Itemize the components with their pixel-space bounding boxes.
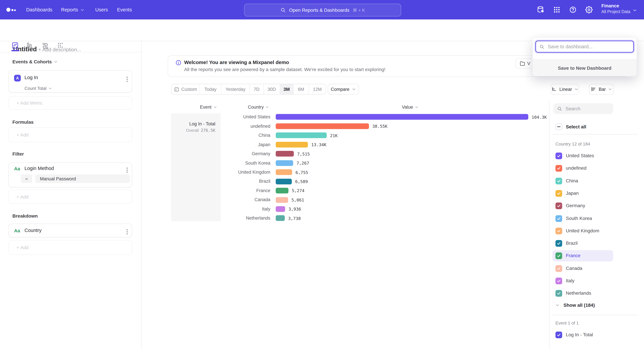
- chart-row: South Korea7,267: [0, 158, 549, 168]
- project-chevron-icon[interactable]: [632, 8, 637, 12]
- help-icon[interactable]: [569, 6, 576, 13]
- checkbox-checked[interactable]: [556, 278, 562, 284]
- bar-category-label: undefined: [154, 124, 270, 129]
- chart-row: United Kingdom6,755: [0, 168, 549, 177]
- chart-row: Brazil6,589: [0, 177, 549, 186]
- chart-type-dropdown[interactable]: Bar: [589, 84, 614, 94]
- chart-row: undefined38.55K: [0, 122, 549, 131]
- apps-grid-icon[interactable]: [553, 6, 560, 13]
- legend-search-input[interactable]: [565, 106, 606, 112]
- bar[interactable]: [276, 197, 288, 203]
- chevron-down-icon: [556, 303, 560, 307]
- legend-item-log-in-total[interactable]: Log In - Total: [552, 329, 613, 341]
- legend-item-label: Canada: [566, 265, 582, 271]
- bar-chart-icon: [591, 86, 596, 92]
- legend-item-china[interactable]: China: [552, 175, 613, 187]
- bar[interactable]: [276, 151, 294, 157]
- legend-item-label: South Korea: [566, 215, 592, 221]
- legend-item-united-kingdom[interactable]: United Kingdom: [552, 225, 613, 237]
- legend-item-label: Germany: [566, 203, 585, 208]
- legend-item-germany[interactable]: Germany: [552, 200, 613, 212]
- chart-row: China21K: [0, 131, 549, 140]
- bar-value-label: 3,936: [288, 207, 301, 212]
- legend-item-brazil[interactable]: Brazil: [552, 238, 613, 249]
- country-group-header: Country 12 of 184: [556, 141, 590, 146]
- bar-value-label: 38.55K: [372, 124, 388, 129]
- checkbox-checked[interactable]: [556, 253, 562, 259]
- mixpanel-insights-report: Dashboards Reports Users Events Open Rep…: [0, 0, 644, 349]
- legend-item-label: Brazil: [566, 240, 578, 246]
- bar[interactable]: [276, 179, 292, 184]
- chart-row: Canada5,061: [0, 195, 549, 205]
- show-all-toggle[interactable]: Show all (184): [556, 302, 595, 308]
- legend-item-canada[interactable]: Canada: [552, 263, 613, 274]
- panel-divider: [552, 315, 637, 315]
- bar-value-label: 21K: [330, 133, 338, 138]
- bar[interactable]: [276, 114, 528, 120]
- legend-item-italy[interactable]: Italy: [552, 275, 613, 287]
- bar[interactable]: [276, 142, 308, 147]
- dashboard-search-field[interactable]: [535, 40, 634, 53]
- bar-category-label: China: [154, 133, 270, 138]
- axis-icon: [551, 86, 556, 92]
- checkbox-checked[interactable]: [556, 332, 562, 338]
- legend-item-label: United States: [566, 153, 594, 158]
- legend-item-south-korea[interactable]: South Korea: [552, 213, 613, 224]
- bar-value-label: 7,267: [296, 161, 309, 166]
- bar-value-label: 5,061: [292, 197, 304, 203]
- legend-item-label: France: [566, 253, 580, 258]
- bar-category-label: Italy: [154, 207, 270, 212]
- bar[interactable]: [276, 215, 285, 221]
- bar[interactable]: [276, 160, 293, 166]
- save-to-new-dashboard-button[interactable]: Save to New Dashboard: [533, 59, 636, 76]
- bar-category-label: France: [154, 188, 270, 193]
- chart-row: Japan13.34K: [0, 140, 549, 149]
- legend-item-netherlands[interactable]: Netherlands: [552, 288, 613, 299]
- project-name: Finance: [602, 3, 638, 8]
- checkbox-checked[interactable]: [556, 153, 562, 159]
- legend-item-label: Log In - Total: [566, 332, 593, 337]
- legend-item-france[interactable]: France: [552, 250, 613, 262]
- bar-value-label: 7,515: [297, 151, 310, 156]
- select-all-checkbox[interactable]: [556, 123, 562, 130]
- legend-item-label: China: [566, 178, 578, 183]
- bar[interactable]: [276, 169, 292, 175]
- checkbox-checked[interactable]: [556, 228, 562, 234]
- bar-category-label: United Kingdom: [154, 170, 270, 175]
- checkbox-checked[interactable]: [556, 265, 562, 272]
- checkbox-checked[interactable]: [556, 178, 562, 184]
- chart-row: France5,274: [0, 186, 549, 195]
- value-scale-dropdown[interactable]: Linear: [551, 84, 579, 94]
- checkbox-checked[interactable]: [556, 290, 562, 297]
- right-panel-divider: [549, 101, 550, 349]
- legend-item-undefined[interactable]: undefined: [552, 163, 613, 174]
- bar-value-label: 6,755: [296, 170, 308, 175]
- bar-category-label: Netherlands: [154, 216, 270, 221]
- select-all-label[interactable]: Select all: [566, 124, 586, 129]
- legend-item-label: Italy: [566, 278, 574, 283]
- chart-row: Germany7,515: [0, 149, 549, 158]
- checkbox-checked[interactable]: [556, 190, 562, 197]
- bar-value-label: 3,738: [288, 216, 301, 221]
- bar-value-label: 6,589: [295, 179, 308, 184]
- bar-category-label: Germany: [154, 151, 270, 156]
- bar-chart: United States104.3Kundefined38.55KChina2…: [0, 0, 549, 349]
- bar[interactable]: [276, 188, 288, 193]
- checkbox-checked[interactable]: [556, 165, 562, 172]
- checkbox-checked[interactable]: [556, 215, 562, 222]
- bar[interactable]: [276, 123, 369, 129]
- legend-search[interactable]: [554, 103, 613, 114]
- bar-value-label: 104.3K: [532, 115, 547, 120]
- chevron-down-icon: [608, 87, 612, 91]
- settings-gear-icon[interactable]: [585, 6, 593, 13]
- checkbox-checked[interactable]: [556, 203, 562, 209]
- checkbox-checked[interactable]: [556, 240, 562, 247]
- chevron-down-icon: [574, 87, 578, 91]
- legend-item-united-states[interactable]: United States: [552, 150, 613, 162]
- legend-item-label: United Kingdom: [566, 228, 599, 233]
- bar[interactable]: [276, 206, 285, 212]
- dashboard-search-input[interactable]: [547, 43, 633, 50]
- bar-category-label: Brazil: [154, 179, 270, 184]
- bar[interactable]: [276, 133, 327, 138]
- legend-item-japan[interactable]: Japan: [552, 188, 613, 199]
